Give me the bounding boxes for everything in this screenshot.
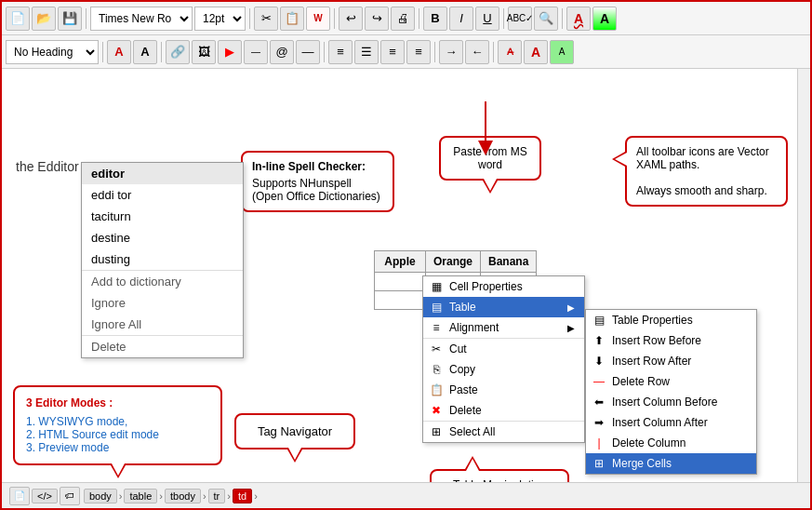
align-justify-button[interactable]: ≡ <box>406 40 431 64</box>
cut-button[interactable]: ✂ <box>254 7 278 31</box>
select-all-icon: ⊞ <box>429 424 444 439</box>
spell-item-destine[interactable]: destine <box>82 227 243 248</box>
editor-mode-3: 3. Preview mode <box>26 441 209 454</box>
sub-insert-col-before[interactable]: ⬅ Insert Column Before <box>586 392 756 412</box>
ctx-copy[interactable]: ⎘ Copy <box>423 359 584 380</box>
save-button[interactable]: 💾 <box>58 7 82 31</box>
align-center-button[interactable]: ☰ <box>354 40 379 64</box>
spell-item-ignore-all[interactable]: Ignore All <box>82 314 243 335</box>
spell-item-dusting[interactable]: dusting <box>82 248 243 270</box>
redo-button[interactable]: ↪ <box>365 7 389 31</box>
sub-merge-cells[interactable]: ⊞ Merge Cells <box>586 453 756 474</box>
font-name-select[interactable]: Times New Ro <box>90 7 193 31</box>
spell-item-eddi-tor[interactable]: eddi tor <box>82 184 243 206</box>
context-menu[interactable]: ▦ Cell Properties ▤ Table ▶ ≡ Alignment … <box>422 275 585 443</box>
tag-tr[interactable]: tr <box>208 489 226 503</box>
ctx-cut[interactable]: ✂ Cut <box>423 339 584 359</box>
table-header-banana: Banana <box>481 251 537 273</box>
alignment-icon: ≡ <box>429 320 444 335</box>
status-tag-code[interactable]: </> <box>32 489 58 503</box>
underline-button[interactable]: U <box>475 7 499 31</box>
arrow3: › <box>203 490 206 502</box>
email-button[interactable]: @ <box>270 40 294 64</box>
spellcheck-button[interactable]: ABC✓ <box>508 7 532 31</box>
editor-area[interactable]: the Edditor editor eddi tor taciturn des… <box>2 69 810 482</box>
ctx-alignment[interactable]: ≡ Alignment ▶ <box>423 317 584 338</box>
font-bg-button[interactable]: A <box>592 7 617 31</box>
tag-button[interactable]: 🏷 <box>60 487 80 505</box>
font-color2-button[interactable]: A <box>524 40 548 64</box>
sub-delete-col[interactable]: | Delete Column <box>586 433 756 453</box>
insert-row-before-icon: ⬆ <box>592 333 606 348</box>
separator1 <box>86 8 87 29</box>
search-button[interactable]: 🔍 <box>534 7 558 31</box>
indent-button[interactable]: → <box>439 40 463 64</box>
align-left-button[interactable]: ≡ <box>328 40 353 64</box>
remove-format-button[interactable]: A̶ <box>498 40 522 64</box>
paste-word-button[interactable]: W <box>306 7 330 31</box>
video-button[interactable]: ▶ <box>218 40 242 64</box>
heading-select[interactable]: No Heading <box>6 40 99 64</box>
delete-row-icon: — <box>592 374 606 389</box>
editor-mode-1: 1. WYSIWYG mode, <box>26 415 209 428</box>
minus-button[interactable]: — <box>296 40 320 64</box>
italic-button[interactable]: I <box>449 7 473 31</box>
link-button[interactable]: 🔗 <box>166 40 190 64</box>
table-icon: ▤ <box>429 300 444 315</box>
alignment-submenu-arrow: ▶ <box>567 323 575 333</box>
spell-item-editor[interactable]: editor <box>82 163 243 184</box>
spell-item-add-dict[interactable]: Add to dictionary <box>82 271 243 292</box>
font-A2-button[interactable]: A <box>133 40 157 64</box>
ctx-table[interactable]: ▤ Table ▶ <box>423 297 584 317</box>
source-view-button[interactable]: 📄 <box>9 487 30 505</box>
table-cell-r1c1[interactable] <box>375 273 426 291</box>
font-size-select[interactable]: 12pt <box>194 7 246 31</box>
new-button[interactable]: 📄 <box>6 7 30 31</box>
tag-body[interactable]: body <box>84 489 117 503</box>
table-header-orange: Orange <box>426 251 481 273</box>
callout-editor-modes: 3 Editor Modes : 1. WYSIWYG mode, 2. HTM… <box>13 385 222 465</box>
font-color-button[interactable]: A <box>566 7 591 31</box>
ctx-select-all[interactable]: ⊞ Select All <box>423 422 584 442</box>
bold-button[interactable]: B <box>423 7 447 31</box>
insert-row-after-icon: ⬇ <box>592 354 606 369</box>
sep-t2-4 <box>434 42 435 62</box>
hr-button[interactable]: — <box>244 40 268 64</box>
table-header-apple: Apple <box>375 251 426 273</box>
scrollbar[interactable] <box>797 69 810 482</box>
tag-tbody[interactable]: tbody <box>165 489 201 503</box>
spell-item-ignore[interactable]: Ignore <box>82 292 243 314</box>
spell-dropdown[interactable]: editor eddi tor taciturn destine dusting… <box>81 162 244 358</box>
ctx-paste[interactable]: 📋 Paste <box>423 380 584 400</box>
paste-icon: 📋 <box>429 382 444 397</box>
outdent-button[interactable]: ← <box>465 40 489 64</box>
ctx-delete[interactable]: ✖ Delete <box>423 400 584 421</box>
print-button[interactable]: 🖨 <box>391 7 415 31</box>
sub-insert-row-after[interactable]: ⬇ Insert Row After <box>586 351 756 371</box>
sep-t2-3 <box>324 42 325 62</box>
main-window: 📄 📂 💾 Times New Ro 12pt ✂ 📋 W ↩ ↪ 🖨 B I … <box>0 0 812 510</box>
align-right-button[interactable]: ≡ <box>380 40 405 64</box>
sub-table-properties[interactable]: ▤ Table Properties <box>586 310 756 330</box>
sub-insert-col-after[interactable]: ➡ Insert Column After <box>586 412 756 433</box>
tag-td[interactable]: td <box>233 489 252 503</box>
sub-delete-row[interactable]: — Delete Row <box>586 371 756 392</box>
spell-item-delete[interactable]: Delete <box>82 336 243 357</box>
table-submenu[interactable]: ▤ Table Properties ⬆ Insert Row Before ⬇… <box>585 309 757 475</box>
callout-table-manipulation: Table Manipulation from Context Menu <box>430 469 569 482</box>
font-A-button[interactable]: A <box>107 40 131 64</box>
table-cell-r2c1[interactable] <box>375 291 426 310</box>
sub-insert-row-before[interactable]: ⬆ Insert Row Before <box>586 330 756 351</box>
font-highlight-button[interactable]: A <box>550 40 574 64</box>
spell-item-taciturn[interactable]: taciturn <box>82 206 243 227</box>
paste-word-text: Paste from MS word <box>450 145 530 171</box>
undo-button[interactable]: ↩ <box>339 7 363 31</box>
open-button[interactable]: 📂 <box>32 7 56 31</box>
ctx-cell-properties[interactable]: ▦ Cell Properties <box>423 276 584 297</box>
insert-col-after-icon: ➡ <box>592 415 606 430</box>
copy-button[interactable]: 📋 <box>280 7 304 31</box>
tag-table[interactable]: table <box>124 489 157 503</box>
toolbar-icons-title: All toolbar icons are Vector XAML paths. <box>636 145 777 171</box>
separator3 <box>334 8 335 29</box>
image-button[interactable]: 🖼 <box>192 40 216 64</box>
